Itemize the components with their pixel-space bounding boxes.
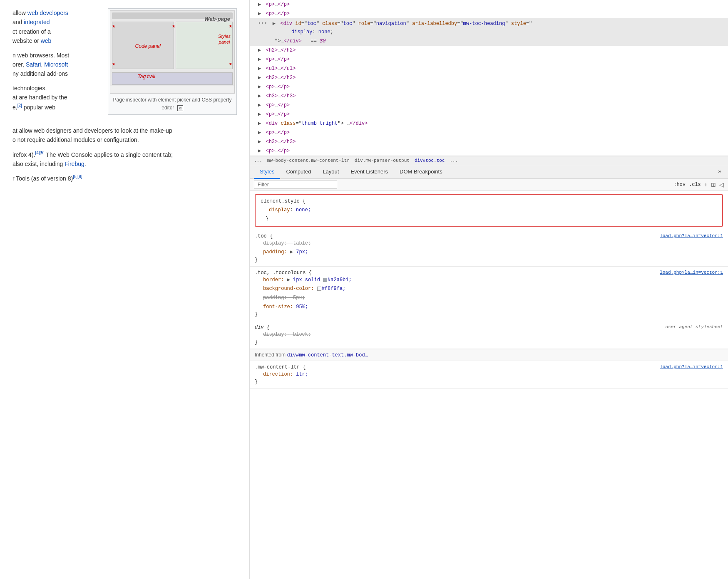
breadcrumb-div-toc[interactable]: div#toc.toc bbox=[415, 158, 445, 163]
expand-arrow-p8[interactable]: ▶ bbox=[258, 148, 261, 154]
html-tree[interactable]: ▶ <p>…</p> ▶ <p>…</p> ••• ▶ <div id="toc… bbox=[250, 0, 728, 156]
toc-padding-prop[interactable]: padding: ▶ 7px; bbox=[255, 248, 723, 257]
html-line-div-toc[interactable]: ••• ▶ <div id="toc" class="toc" role="na… bbox=[250, 18, 728, 27]
styles-toolbar: :hov .cls + ⊞ ◁ bbox=[250, 179, 728, 191]
pseudo-cls[interactable]: .cls bbox=[689, 182, 701, 188]
toc-fontsize-prop[interactable]: font-size: 95%; bbox=[255, 303, 723, 312]
styles-filter-input[interactable] bbox=[254, 181, 337, 189]
html-line-p4[interactable]: ▶ <p>…</p> bbox=[250, 82, 728, 92]
html-line-h3-1[interactable]: ▶ <h3>…</h3> bbox=[250, 92, 728, 101]
html-line-h3-2[interactable]: ▶ <h3>…</h3> bbox=[250, 137, 728, 146]
html-line-h2-1[interactable]: ▶ <h2>…</h2> bbox=[250, 46, 728, 55]
element-style-selector: element.style { bbox=[261, 198, 717, 204]
toc-display-prop[interactable]: display: table; bbox=[255, 239, 723, 248]
link-firebug[interactable]: Firebug bbox=[65, 161, 84, 167]
expand-arrow-p7[interactable]: ▶ bbox=[258, 130, 261, 136]
html-line-p7[interactable]: ▶ <p>…</p> bbox=[250, 128, 728, 137]
expand-arrow-p5[interactable]: ▶ bbox=[258, 102, 261, 108]
breadcrumb-div-parser[interactable]: div.mw-parser-output bbox=[355, 158, 410, 163]
toc-toccolours-header: .toc, .toccolours { load.php?la…in=vecto… bbox=[255, 270, 723, 276]
asterisk-5: * bbox=[229, 60, 232, 71]
tab-event-listeners[interactable]: Event Listeners bbox=[345, 165, 394, 179]
article-para-6: r Tools (as of version 8)[8][9] bbox=[12, 173, 237, 183]
asterisk-2: * bbox=[172, 22, 175, 33]
html-line-p2[interactable]: ▶ <p>…</p> bbox=[250, 9, 728, 18]
toc-toccolours-close-brace: } bbox=[255, 312, 723, 317]
expand-arrow-p2[interactable]: ▶ bbox=[258, 11, 261, 17]
mw-content-ltr-direction-prop[interactable]: direction: ltr; bbox=[255, 370, 723, 379]
breadcrumb-dots-right[interactable]: ... bbox=[450, 158, 458, 163]
html-line-p6[interactable]: ▶ <p>…</p> bbox=[250, 110, 728, 119]
toc-border-prop[interactable]: border: ▶ 1px solid #a2a9b1; bbox=[255, 276, 723, 285]
article-content: * * * * * Code panel Stylespanel Tag tra… bbox=[0, 0, 250, 579]
toc-toccolours-selector: .toc, .toccolours { bbox=[255, 270, 312, 276]
expand-arrow-ul1[interactable]: ▶ bbox=[258, 66, 261, 72]
expand-arrow-p3[interactable]: ▶ bbox=[258, 57, 261, 62]
mw-content-ltr-close-brace: } bbox=[255, 379, 723, 385]
toc-source-link[interactable]: load.php?la…in=vector:1 bbox=[660, 233, 723, 239]
code-panel-label: Code panel bbox=[135, 42, 161, 50]
tab-layout[interactable]: Layout bbox=[317, 165, 345, 179]
toc-toccolours-source-link[interactable]: load.php?la…in=vector:1 bbox=[660, 270, 723, 276]
expand-arrow-p4[interactable]: ▶ bbox=[258, 84, 261, 90]
html-line-div-thumb[interactable]: ▶ <div class="thumb tright"> …</div> bbox=[250, 119, 728, 128]
styles-css-panel[interactable]: element.style { display: none; } .toc { … bbox=[250, 191, 728, 579]
bg-color-swatch bbox=[317, 287, 321, 291]
div-display-prop[interactable]: display:- block; bbox=[255, 330, 723, 339]
styles-panel-label: Stylespanel bbox=[218, 33, 231, 45]
webpage-label: Web-page bbox=[204, 15, 230, 24]
add-rule-icon[interactable]: + bbox=[704, 181, 708, 188]
mw-content-ltr-rule[interactable]: .mw-content-ltr { load.php?la…in=vector:… bbox=[250, 361, 728, 389]
refresh-icon[interactable]: ◁ bbox=[719, 181, 724, 188]
expand-arrow-h2-1[interactable]: ▶ bbox=[258, 47, 261, 53]
toc-padding2-prop[interactable]: padding:→ 5px; bbox=[255, 294, 723, 303]
expand-arrow-h3-2[interactable]: ▶ bbox=[258, 139, 261, 145]
toc-close-brace: } bbox=[255, 257, 723, 263]
html-line-p8[interactable]: ▶ <p>…</p> bbox=[250, 146, 728, 156]
tab-more-button[interactable]: » bbox=[716, 165, 724, 178]
user-agent-label: user agent stylesheet bbox=[665, 324, 723, 330]
expand-arrow-div-thumb[interactable]: ▶ bbox=[258, 121, 261, 126]
element-style-display-prop[interactable]: display: none; bbox=[261, 206, 717, 215]
link-safari[interactable]: Safari bbox=[26, 61, 41, 68]
toc-bgcolor-prop[interactable]: background-color: #f8f9fa; bbox=[255, 285, 723, 294]
asterisk-3: * bbox=[229, 22, 232, 33]
breadcrumb-mw-body-content[interactable]: mw-body-content.mw-content-ltr bbox=[267, 158, 350, 163]
link-web-developers[interactable]: web developers bbox=[27, 10, 68, 16]
mw-content-ltr-source-link[interactable]: load.php?la…in=vector:1 bbox=[660, 364, 723, 370]
pseudo-hov[interactable]: :hov bbox=[673, 182, 686, 188]
copy-styles-icon[interactable]: ⊞ bbox=[711, 181, 716, 188]
link-web[interactable]: web bbox=[41, 37, 52, 44]
div-ua-rule[interactable]: div { user agent stylesheet display:- bl… bbox=[250, 321, 728, 349]
toc-toccolours-rule[interactable]: .toc, .toccolours { load.php?la…in=vecto… bbox=[250, 267, 728, 321]
div-ua-header: div { user agent stylesheet bbox=[255, 324, 723, 330]
html-line-h2-2[interactable]: ▶ <h2>…</h2> bbox=[250, 73, 728, 82]
tab-dom-breakpoints[interactable]: DOM Breakpoints bbox=[394, 165, 448, 179]
link-microsoft[interactable]: Microsoft bbox=[44, 61, 68, 68]
expand-arrow-p6[interactable]: ▶ bbox=[258, 111, 261, 117]
div-ua-selector: div { bbox=[255, 324, 270, 330]
article-para-4: at allow web designers and developers to… bbox=[12, 126, 237, 145]
html-line-div-end[interactable]: ">…</div> == $0 bbox=[250, 37, 728, 46]
html-line-p1[interactable]: ▶ <p>…</p> bbox=[250, 0, 728, 9]
article-para-5: irefox 4).[4][5] The Web Console applies… bbox=[12, 150, 237, 168]
html-line-display-none: display: none; bbox=[250, 27, 728, 37]
expand-arrow-div-toc[interactable]: ▶ bbox=[273, 21, 276, 27]
expand-arrow-h3-1[interactable]: ▶ bbox=[258, 93, 261, 99]
expand-icon[interactable]: ⧉ bbox=[177, 105, 183, 111]
asterisk-4: * bbox=[112, 60, 115, 71]
html-line-p3[interactable]: ▶ <p>…</p> bbox=[250, 55, 728, 64]
html-line-ul1[interactable]: ▶ <ul>…</ul> bbox=[250, 64, 728, 73]
tab-styles[interactable]: Styles bbox=[254, 165, 280, 179]
tab-computed[interactable]: Computed bbox=[280, 165, 317, 179]
devtools-breadcrumb: ... mw-body-content.mw-content-ltr div.m… bbox=[250, 156, 728, 165]
html-line-p5[interactable]: ▶ <p>…</p> bbox=[250, 101, 728, 110]
expand-arrow-p1[interactable]: ▶ bbox=[258, 2, 261, 7]
expand-arrow-h2-2[interactable]: ▶ bbox=[258, 75, 261, 81]
link-integrated[interactable]: integrated bbox=[24, 19, 50, 25]
element-style-rule[interactable]: element.style { display: none; } bbox=[255, 194, 723, 227]
breadcrumb-dots-left[interactable]: ... bbox=[254, 158, 262, 163]
mw-content-ltr-header: .mw-content-ltr { load.php?la…in=vector:… bbox=[255, 364, 723, 370]
toc-css-rule[interactable]: .toc { load.php?la…in=vector:1 display: … bbox=[250, 230, 728, 267]
devtools-panel: ▶ <p>…</p> ▶ <p>…</p> ••• ▶ <div id="toc… bbox=[250, 0, 728, 579]
